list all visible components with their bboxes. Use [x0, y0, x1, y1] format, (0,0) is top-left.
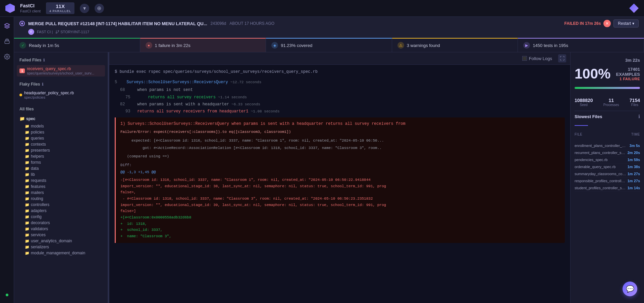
slowest-info-icon[interactable]: ℹ	[638, 114, 640, 119]
folder-icon: 📁	[25, 185, 30, 189]
log-line-68: 68 when params is not sent	[120, 87, 565, 93]
tree-item-contexts[interactable]: 📁 contexts	[22, 141, 105, 147]
log-content[interactable]: $ bundle exec rspec spec/queries/surveys…	[109, 65, 570, 303]
folder-icon: 📁	[25, 197, 30, 201]
expand-button[interactable]: ⛶	[558, 54, 566, 62]
tree-item-mailers[interactable]: 📁 mailers	[22, 190, 105, 196]
log-line-82: 82 when params is sent with a headquarte…	[120, 101, 565, 108]
slow-file-time-7: 1m 14s	[627, 186, 640, 190]
seed-label: Seed	[575, 103, 593, 107]
dropdown-btn[interactable]: ▾	[80, 4, 89, 13]
log-diff-del-2: - #<Classroom id: 1318, school_id: 3337,…	[120, 196, 560, 202]
slow-file-name-6: responsible_profiles_controller_s...	[575, 179, 627, 183]
tree-item-config[interactable]: 📁 config	[22, 214, 105, 220]
follow-logs-button[interactable]: Follow Logs	[519, 55, 555, 62]
log-panel: Follow Logs ⛶ $ bundle exec rspec spec/q…	[109, 52, 570, 303]
info-icon: ℹ	[43, 58, 45, 62]
tree-item-helpers[interactable]: 📁 helpers	[22, 153, 105, 159]
tree-item-requests[interactable]: 📁 requests	[22, 178, 105, 184]
branch-label: STORY/INT-1117	[55, 30, 89, 34]
tree-item-routing[interactable]: 📁 routing	[22, 196, 105, 202]
tree-item-module-mgmt[interactable]: 📁 module_management_domain	[22, 250, 105, 256]
tree-children: 📁 models 📁 policies 📁 queries 📁 contexts…	[17, 123, 105, 256]
follow-logs-checkbox[interactable]	[522, 56, 527, 61]
slow-file-name-5: summaryday_classrooms_control...	[575, 172, 627, 176]
tree-item-presenters[interactable]: 📁 presenters	[22, 147, 105, 153]
add-btn[interactable]: ⊕	[95, 4, 104, 13]
tree-item-user-analytics[interactable]: 📁 user_analytics_domain	[22, 238, 105, 244]
flaky-filename: headquarter_policy_spec.rb	[24, 91, 74, 95]
log-expected: expected: [#<Classroom id: 1316, school_…	[120, 138, 560, 144]
slow-file-time-4: 1m 38s	[627, 165, 640, 169]
slow-file-name-1: enrollment_plans_controller_spe...	[575, 144, 627, 148]
flaky-dot	[19, 94, 22, 96]
files-stat: 7154 Files	[630, 98, 640, 107]
tree-item-controllers[interactable]: 📁 controllers	[22, 202, 105, 208]
all-files-section: All files 📁 spec 📁 models 📁 policies 📁 q…	[17, 105, 105, 256]
sidebar-item-puzzle[interactable]	[2, 36, 12, 46]
tree-item-lib[interactable]: 📁 lib	[22, 171, 105, 178]
tree-item-decorators[interactable]: 📁 decorators	[22, 220, 105, 226]
log-linenum-82: 82	[120, 101, 129, 108]
log-failure-error: Failure/Error: expect(receivers[:classro…	[120, 129, 560, 135]
parallel-label: 4 PARALLEL	[49, 9, 71, 13]
ci-label: FAST CI |	[37, 30, 53, 34]
chat-bubble[interactable]: 💬	[623, 282, 637, 296]
files-label: Files	[630, 103, 640, 107]
job-hash: 243096d	[211, 21, 226, 26]
log-line-93: 93 returns all survey receivers from hea…	[125, 108, 565, 115]
close-circle[interactable]: ✕	[603, 20, 611, 27]
tree-item-validators[interactable]: 📁 validators	[22, 226, 105, 232]
tree-item-forms[interactable]: 📁 forms	[22, 159, 105, 165]
duration-display: 3m 22s	[575, 58, 640, 63]
info-icon2: ℹ	[42, 82, 43, 87]
tree-item-services[interactable]: 📁 services	[22, 232, 105, 238]
folder-icon: 📁	[25, 251, 30, 255]
failed-file-item[interactable]: 1 receivers_query_spec.rb spec/queries/s…	[17, 65, 105, 77]
slow-file-2: recurrent_plans_controller_spec.rb 2m 20…	[575, 149, 640, 156]
stats-row: 1088820 Seed 11 Processes 7154 Files	[575, 98, 640, 107]
percent-display: 100%	[575, 67, 610, 81]
log-error-title: 1) Surveys::SchoolUserSurveys::Receivers…	[120, 121, 560, 127]
progress-fill	[575, 87, 640, 89]
parallel-count: 11X	[56, 3, 65, 9]
status-coverage: ◈ 91.23% covered	[266, 38, 392, 52]
examples-count: 17401 EXAMPLES	[610, 67, 640, 77]
folder-icon: 📁	[25, 130, 30, 135]
processes-value: 11	[603, 98, 619, 103]
brand-sub: FastCI client	[20, 9, 41, 13]
folder-icon: 📁	[25, 172, 30, 177]
left-sidebar	[0, 17, 14, 303]
log-toolbar: Follow Logs ⛶	[109, 52, 570, 65]
sidebar-item-settings[interactable]	[2, 52, 12, 62]
slow-files-list: enrollment_plans_controller_spe... 3m 5s…	[575, 142, 640, 192]
sidebar-item-layers[interactable]	[2, 21, 12, 31]
slow-file-name-7: student_profiles_controller_spec...	[575, 186, 627, 190]
tree-item-queries[interactable]: 📁 queries	[22, 135, 105, 141]
tree-item-models[interactable]: 📁 models	[22, 123, 105, 129]
status-failure: ● 1 failure in 3m 22s	[140, 38, 266, 52]
failure-label: 1 FAILURE	[610, 77, 640, 81]
tree-root[interactable]: 📁 spec	[17, 115, 105, 122]
slow-file-time-3: 1m 59s	[627, 158, 640, 162]
flaky-file-item[interactable]: headquarter_policy_spec.rb spec/policies	[17, 89, 105, 101]
log-when-82: when params is sent with a headquarter	[137, 102, 229, 107]
tree-item-policies[interactable]: 📁 policies	[22, 129, 105, 135]
folder-icon: 📁	[25, 154, 30, 159]
failed-section-header: Failed Files ℹ	[17, 56, 105, 64]
coverage-icon: ◈	[271, 42, 278, 49]
folder-icon: 📁	[25, 203, 30, 207]
seed-stat: 1088820 Seed	[575, 98, 593, 107]
slow-file-name-4: orderable_query_spec.rb	[575, 165, 627, 169]
tree-item-serializers[interactable]: 📁 serializers	[22, 244, 105, 250]
svg-point-4	[56, 33, 57, 34]
job-header: MERGE PULL REQUEST #12148 [INT-1174] HAB…	[14, 17, 644, 38]
failed-filename: receivers_query_spec.rb	[27, 66, 94, 71]
tree-item-adapters[interactable]: 📁 adapters	[22, 208, 105, 214]
restart-button[interactable]: Restart▾	[613, 19, 639, 28]
tree-item-features[interactable]: 📁 features	[22, 184, 105, 190]
processes-label: Processes	[603, 103, 619, 107]
log-diff-add-2: + id: 1318,	[120, 221, 560, 227]
slow-file-name-2: recurrent_plans_controller_spec.rb	[575, 151, 627, 155]
tree-item-data[interactable]: 📁 data	[22, 165, 105, 171]
